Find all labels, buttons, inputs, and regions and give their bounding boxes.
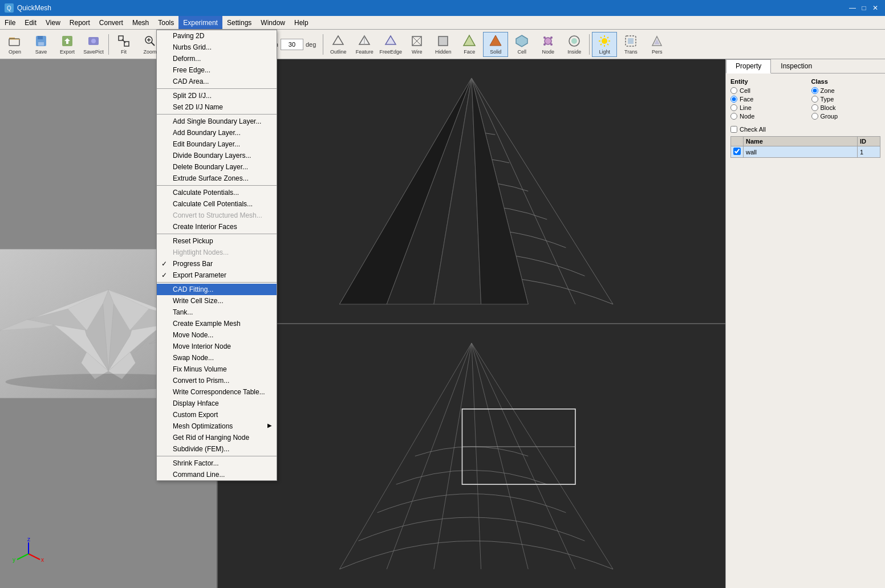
light-button[interactable]: Light [592, 32, 617, 57]
menu-settings[interactable]: Settings [222, 16, 256, 29]
table-row[interactable]: wall 1 [731, 146, 880, 158]
menu-moveinteriornode[interactable]: Move Interior Node [157, 341, 277, 352]
menu-resetpickup[interactable]: Reset Pickup [157, 235, 277, 247]
fit-button[interactable]: Fit [111, 32, 136, 57]
tab-property[interactable]: Property [726, 59, 771, 74]
class-zone-radio[interactable] [811, 87, 818, 94]
class-type-radio[interactable] [811, 96, 818, 103]
menu-displayhnface[interactable]: Display Hnface [157, 398, 277, 409]
export-label: Export [60, 49, 75, 55]
col-id: ID [858, 137, 880, 146]
export-button[interactable]: Export [55, 32, 80, 57]
rotation-input[interactable] [281, 39, 303, 50]
freeedge-button[interactable]: FreeEdge [378, 32, 403, 57]
menu-freeedge[interactable]: Free Edge... [157, 64, 277, 76]
menu-customexport[interactable]: Custom Export [157, 409, 277, 420]
menu-movenode[interactable]: Move Node... [157, 329, 277, 341]
save-button[interactable]: Save [29, 32, 54, 57]
menu-deleteboundarylayer[interactable]: Delete Boundary Layer... [157, 161, 277, 173]
menu-file[interactable]: File [0, 16, 20, 29]
entity-class-row: Entity Cell Face Line N [730, 78, 880, 121]
entity-cell-radio[interactable] [730, 87, 737, 94]
menu-calculatecellpotentials[interactable]: Calculate Cell Potentials... [157, 198, 277, 210]
menu-fixminusvolume[interactable]: Fix Minus Volume [157, 364, 277, 375]
menu-writecorrespondencetable[interactable]: Write Correspondence Table... [157, 386, 277, 398]
menu-convert[interactable]: Convert [95, 16, 128, 29]
hidden-button[interactable]: Hidden [431, 32, 456, 57]
menu-shrinkfactor[interactable]: Shrink Factor... [157, 458, 277, 469]
entity-line-radio[interactable] [730, 104, 737, 111]
menu-getridofhangingnode[interactable]: Get Rid of Hanging Node [157, 432, 277, 443]
menu-cadfitting[interactable]: CAD Fitting... [157, 284, 277, 295]
maximize-button[interactable]: □ [859, 3, 869, 13]
face-button[interactable]: Face [457, 32, 482, 57]
entity-node-radio[interactable] [730, 113, 737, 120]
viewport-area: x y z [0, 59, 725, 588]
menu-createinteriorfaces[interactable]: Create Interior Faces [157, 221, 277, 232]
savepict-button[interactable]: SavePict [81, 32, 106, 57]
feature-button[interactable]: Feature [352, 32, 377, 57]
open-label: Open [9, 49, 21, 55]
menu-extrudesurfacezones[interactable]: Extrude Surface Zones... [157, 173, 277, 184]
menu-progressbar[interactable]: Progress Bar [157, 258, 277, 270]
svg-line-95 [29, 554, 40, 560]
menu-window[interactable]: Window [256, 16, 290, 29]
entity-face-radio[interactable] [730, 96, 737, 103]
menu-swapnode[interactable]: Swap Node... [157, 352, 277, 364]
menu-tools[interactable]: Tools [153, 16, 178, 29]
menu-addsingleboundarylayer[interactable]: Add Single Boundary Layer... [157, 116, 277, 127]
menu-converttoproism[interactable]: Convert to Prism... [157, 375, 277, 386]
panel-tabs: Property Inspection [726, 59, 885, 74]
close-button[interactable]: ✕ [870, 3, 880, 13]
trans-button[interactable]: Trans [618, 32, 643, 57]
menu-edit[interactable]: Edit [20, 16, 41, 29]
menu-cadarea[interactable]: CAD Area... [157, 76, 277, 87]
menu-highlightnodes: Hightlight Nodes... [157, 247, 277, 258]
mesh-view-topleft [218, 59, 725, 323]
cell-button[interactable]: Cell [509, 32, 534, 57]
tab-inspection[interactable]: Inspection [771, 59, 822, 73]
menu-addboundarylayer[interactable]: Add Boundary Layer... [157, 127, 277, 138]
menu-mesh[interactable]: Mesh [128, 16, 153, 29]
pers-button[interactable]: Pers [644, 32, 669, 57]
menu-report[interactable]: Report [65, 16, 95, 29]
solid-icon [489, 34, 502, 48]
menu-deform[interactable]: Deform... [157, 53, 277, 64]
menu-exportparameter[interactable]: Export Parameter [157, 270, 277, 281]
menu-commandline[interactable]: Command Line... [157, 469, 277, 480]
check-all-checkbox[interactable] [730, 126, 737, 133]
menu-subdividefem[interactable]: Subdivide (FEM)... [157, 443, 277, 455]
class-group-radio[interactable] [811, 113, 818, 120]
inside-button[interactable]: Inside [562, 32, 587, 57]
solid-label: Solid [490, 49, 501, 55]
svg-rect-31 [439, 36, 448, 46]
minimize-button[interactable]: — [847, 3, 858, 13]
open-button[interactable]: Open [2, 32, 27, 57]
menu-writecellsize[interactable]: Write Cell Size... [157, 295, 277, 307]
menu-tank[interactable]: Tank... [157, 307, 277, 318]
outline-button[interactable]: Outline [326, 32, 351, 57]
menu-nurbsgrid[interactable]: Nurbs Grid... [157, 42, 277, 53]
export-icon [60, 34, 74, 48]
solid-button[interactable]: Solid [483, 32, 508, 57]
hidden-label: Hidden [435, 49, 452, 55]
menu-set2dij[interactable]: Set 2D I/J Name [157, 101, 277, 113]
menu-divideboundarylayers[interactable]: Divide Boundary Layers... [157, 150, 277, 161]
node-button[interactable]: Node [535, 32, 561, 57]
fit-icon [117, 34, 131, 48]
menu-split2d[interactable]: Split 2D I/J... [157, 90, 277, 101]
sep6 [157, 456, 277, 456]
menu-paving2d[interactable]: Paving 2D [157, 30, 277, 42]
menu-view[interactable]: View [41, 16, 65, 29]
light-icon [598, 34, 611, 48]
menu-experiment[interactable]: Experiment [178, 16, 222, 29]
row-checkbox[interactable] [733, 148, 741, 155]
wire-button[interactable]: Wire [404, 32, 429, 57]
menu-createexamplemesh[interactable]: Create Example Mesh [157, 318, 277, 329]
menu-calculatepotentials[interactable]: Calculate Potentials... [157, 187, 277, 198]
class-zone-row: Zone [811, 87, 881, 94]
menu-meshoptimizations[interactable]: Mesh Optimizations [157, 420, 277, 432]
menu-help[interactable]: Help [290, 16, 313, 29]
menu-editboundarylayer[interactable]: Edit Boundary Layer... [157, 138, 277, 150]
class-block-radio[interactable] [811, 104, 818, 111]
